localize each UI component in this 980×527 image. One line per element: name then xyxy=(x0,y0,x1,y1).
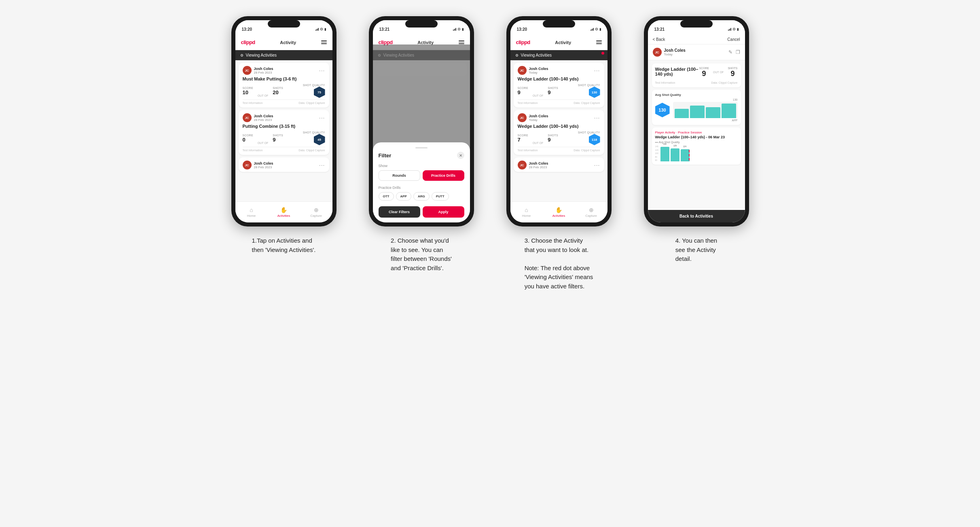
stats-row-3-2: Score 7 OUT OF Shots 9 Shot Quality xyxy=(518,131,600,145)
user-date-1-3: 28 Feb 2023 xyxy=(254,165,273,169)
close-filter-button[interactable]: ✕ xyxy=(457,152,464,159)
signal-icon-4 xyxy=(728,28,731,31)
more-options-1-3[interactable]: ··· xyxy=(319,162,325,168)
score-group-3-2: Score 7 xyxy=(518,134,528,143)
nav-bar-1: clippd Activity xyxy=(235,35,332,50)
edit-icon[interactable]: ✎ xyxy=(728,49,732,55)
quality-group-1-1: Shot Quality xyxy=(303,84,325,87)
score-value-1-2: 0 xyxy=(243,137,253,143)
practice-drills-toggle-button[interactable]: Practice Drills xyxy=(423,170,464,181)
status-icons-4: ⊙ ▮ xyxy=(728,27,739,31)
filter-chips: OTT APP ARG PUTT xyxy=(379,192,464,201)
fullscreen-icon[interactable]: ❐ xyxy=(736,49,740,55)
score-group-3-1: Score 9 xyxy=(518,87,528,95)
score-value-3-1: 9 xyxy=(518,89,528,95)
user-details-3-3: Josh Coles 28 Feb 2023 xyxy=(529,161,548,169)
clippd-logo-3: clippd xyxy=(516,39,530,45)
nav-capture-1[interactable]: ⊕ Capture xyxy=(300,207,332,218)
user-info-3-2: JC Josh Coles Today xyxy=(518,113,548,122)
score-value-3-2: 7 xyxy=(518,137,528,143)
activity-card-3-2[interactable]: JC Josh Coles Today ··· Wedge Ladder (10… xyxy=(514,110,604,155)
capture-icon-1: ⊕ xyxy=(314,207,319,213)
user-name-1-3: Josh Coles xyxy=(254,161,273,165)
user-date-1-1: 28 Feb 2023 xyxy=(254,71,273,74)
activity-header-3[interactable]: ⚙ Viewing Activities xyxy=(510,50,607,60)
shots-value-1-2: 9 xyxy=(273,137,283,143)
user-info-3-3: JC Josh Coles 28 Feb 2023 xyxy=(518,161,548,169)
signal-icon-1 xyxy=(315,28,319,31)
detail-user-details: Josh Coles Today xyxy=(664,48,686,56)
detail-test-info: Test Information xyxy=(655,81,675,84)
phone-4-inner: 13:21 ⊙ ▮ < Back Cancel xyxy=(648,20,745,222)
shots-label-1-1: Shots xyxy=(273,87,283,89)
footer-left-1-1: Test Information xyxy=(243,102,263,104)
filter-header: Filter ✕ xyxy=(379,152,464,159)
activity-card-1-1[interactable]: JC Josh Coles 28 Feb 2023 ··· Must Make … xyxy=(239,63,329,108)
notch-2 xyxy=(405,20,438,28)
user-date-3-2: Today xyxy=(529,118,548,122)
quality-group-3-1: Shot Quality xyxy=(578,84,600,87)
detail-out-of: OUT OF xyxy=(713,67,724,74)
activity-header-1[interactable]: ⚙ Viewing Activities xyxy=(235,50,332,60)
nav-home-3[interactable]: ⌂ Home xyxy=(510,207,543,218)
capture-label-1: Capture xyxy=(310,214,322,218)
hamburger-menu-2[interactable] xyxy=(459,40,464,44)
rounds-toggle-button[interactable]: Rounds xyxy=(379,170,420,181)
filter-handle xyxy=(415,147,428,148)
detail-data-source: Data: Clippd Capture xyxy=(711,81,737,84)
filter-toggle-row: Rounds Practice Drills xyxy=(379,170,464,181)
phone-column-3: 13:20 ⊙ ▮ clippd Activity xyxy=(498,16,620,291)
activity-card-1-2[interactable]: JC Josh Coles 28 Feb 2023 ··· Putting Co… xyxy=(239,110,329,155)
more-options-3-3[interactable]: ··· xyxy=(594,162,600,168)
app-label: APP xyxy=(732,119,737,122)
capture-label-3: Capture xyxy=(585,214,597,218)
nav-activities-1[interactable]: ✋ Activities xyxy=(268,207,300,218)
chip-ott[interactable]: OTT xyxy=(379,192,394,201)
chip-app[interactable]: APP xyxy=(396,192,411,201)
avatar-3-2: JC xyxy=(518,113,527,122)
stats-row-3-1: Score 9 OUT OF Shots 9 Shot Quality xyxy=(518,84,600,98)
wifi-icon-2: ⊙ xyxy=(457,27,461,31)
nav-home-1[interactable]: ⌂ Home xyxy=(235,207,268,218)
back-activities-button[interactable]: Back to Activities xyxy=(648,210,745,222)
apply-button[interactable]: Apply xyxy=(423,206,464,218)
shots-value-3-2: 9 xyxy=(548,137,558,143)
chip-putt[interactable]: PUTT xyxy=(432,192,449,201)
shots-label-3-1: Shots xyxy=(548,87,558,89)
detail-avatar: JC xyxy=(653,48,662,57)
nav-capture-3[interactable]: ⊕ Capture xyxy=(575,207,607,218)
score-value-1-1: 10 xyxy=(243,89,253,95)
clear-filters-button[interactable]: Clear Filters xyxy=(379,206,420,218)
capture-icon-3: ⊕ xyxy=(589,207,594,213)
detail-user-info: JC Josh Coles Today xyxy=(653,48,686,57)
red-dot-3 xyxy=(601,52,604,55)
hamburger-menu-1[interactable] xyxy=(321,40,327,44)
quality-group-3-2: Shot Quality xyxy=(578,131,600,134)
footer-left-1-2: Test Information xyxy=(243,149,263,152)
more-options-3-2[interactable]: ··· xyxy=(594,114,600,121)
chip-arg[interactable]: ARG xyxy=(413,192,430,201)
card-header-3-2: JC Josh Coles Today ··· xyxy=(518,113,600,122)
more-options-1-1[interactable]: ··· xyxy=(319,67,325,74)
notch-3 xyxy=(543,20,575,28)
activity-card-1-3[interactable]: JC Josh Coles 28 Feb 2023 ··· xyxy=(239,157,329,172)
mini-chart-y-axis: 140 120 100 80 60 xyxy=(655,145,658,161)
session-subtitle: ••• Avg Shot Quality xyxy=(655,141,738,144)
status-time-3: 13:20 xyxy=(517,27,527,32)
cancel-button[interactable]: Cancel xyxy=(727,37,740,42)
back-button[interactable]: < Back xyxy=(653,37,665,42)
shots-group-3-2: Shots 9 xyxy=(548,134,558,143)
card-header-3-1: JC Josh Coles Today ··· xyxy=(518,66,600,75)
mini-bar-3: 124 xyxy=(681,149,690,161)
score-group-1-2: Score 0 xyxy=(243,134,253,143)
activity-card-3-3[interactable]: JC Josh Coles 28 Feb 2023 ··· xyxy=(514,157,604,172)
hamburger-menu-3[interactable] xyxy=(596,40,602,44)
nav-activities-3[interactable]: ✋ Activities xyxy=(543,207,575,218)
activity-card-3-1[interactable]: JC Josh Coles Today ··· Wedge Ladder (10… xyxy=(514,63,604,108)
more-options-1-2[interactable]: ··· xyxy=(319,114,325,121)
more-options-3-1[interactable]: ··· xyxy=(594,67,600,74)
notch-4 xyxy=(680,20,713,28)
score-group-1-1: Score 10 xyxy=(243,87,253,95)
chart-hex-area: 130 130 xyxy=(655,98,738,122)
shots-label-1-2: Shots xyxy=(273,134,283,137)
